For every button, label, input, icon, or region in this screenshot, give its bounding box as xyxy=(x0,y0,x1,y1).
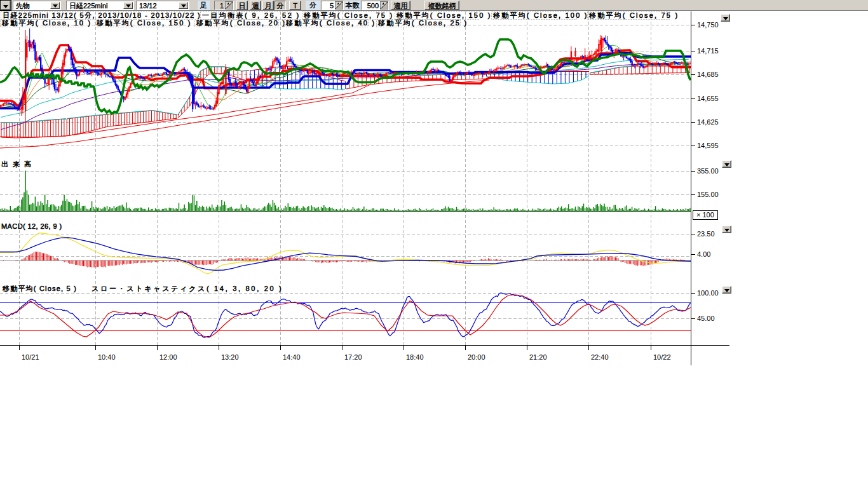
svg-text:14,655: 14,655 xyxy=(697,95,719,102)
svg-text:移動平均( Close, 75 ): 移動平均( Close, 75 ) xyxy=(304,11,393,19)
svg-text:23.50: 23.50 xyxy=(697,230,715,238)
svg-text:移動平均( Close, 40 ): 移動平均( Close, 40 ) xyxy=(286,19,376,27)
svg-text:スロー・ストキャスティクス( 14, 3, 80, 20 ): スロー・ストキャスティクス( 14, 3, 80, 20 ) xyxy=(92,285,283,292)
svg-text:18:40: 18:40 xyxy=(406,353,424,361)
svg-text:移動平均( Close, 75 ): 移動平均( Close, 75 ) xyxy=(589,11,679,19)
svg-text:13:20: 13:20 xyxy=(221,353,239,361)
svg-text:移動平均( Close, 25 ): 移動平均( Close, 25 ) xyxy=(378,19,468,27)
svg-text:× 100: × 100 xyxy=(696,211,714,219)
svg-text:14,750: 14,750 xyxy=(697,21,719,29)
svg-text:14,685: 14,685 xyxy=(697,71,719,78)
svg-text:移動平均( Close, 5 ): 移動平均( Close, 5 ) xyxy=(3,285,77,292)
svg-text:MACD( 12, 26, 9 ): MACD( 12, 26, 9 ) xyxy=(1,222,62,230)
svg-text:10:40: 10:40 xyxy=(98,353,116,361)
svg-text:移動平均( Close, 150 ): 移動平均( Close, 150 ) xyxy=(397,11,492,19)
svg-text:22:40: 22:40 xyxy=(591,353,609,361)
svg-text:移動平均( Close, 10 ): 移動平均( Close, 10 ) xyxy=(2,19,92,27)
svg-text:355.00: 355.00 xyxy=(697,167,719,175)
svg-text:12:00: 12:00 xyxy=(159,353,177,361)
svg-text:21:20: 21:20 xyxy=(529,353,547,361)
svg-text:出来高: 出来高 xyxy=(1,160,36,168)
svg-text:14,715: 14,715 xyxy=(697,47,719,55)
svg-text:4.00: 4.00 xyxy=(697,250,710,258)
svg-text:移動平均( Close, 20 ): 移動平均( Close, 20 ) xyxy=(196,19,286,27)
svg-text:14,595: 14,595 xyxy=(697,142,719,149)
svg-text:155.00: 155.00 xyxy=(697,191,719,198)
svg-text:10/22: 10/22 xyxy=(653,353,671,361)
svg-text:45.00: 45.00 xyxy=(697,315,715,322)
svg-text:移動平均( Close, 150 ): 移動平均( Close, 150 ) xyxy=(97,19,192,27)
svg-text:日経225mini 13/12( 5分, 2013/10/1: 日経225mini 13/12( 5分, 2013/10/18 - 2013/1… xyxy=(3,11,201,19)
svg-text:一目均衡表( 9, 26, 52 ): 一目均衡表( 9, 26, 52 ) xyxy=(202,11,300,19)
svg-text:14:40: 14:40 xyxy=(283,353,301,361)
svg-text:10/21: 10/21 xyxy=(22,353,39,361)
svg-text:14,625: 14,625 xyxy=(697,118,719,126)
svg-text:20:00: 20:00 xyxy=(468,353,485,361)
svg-text:17:20: 17:20 xyxy=(344,353,362,361)
svg-text:100.00: 100.00 xyxy=(697,289,719,297)
svg-text:移動平均( Close, 100 ): 移動平均( Close, 100 ) xyxy=(493,11,588,19)
